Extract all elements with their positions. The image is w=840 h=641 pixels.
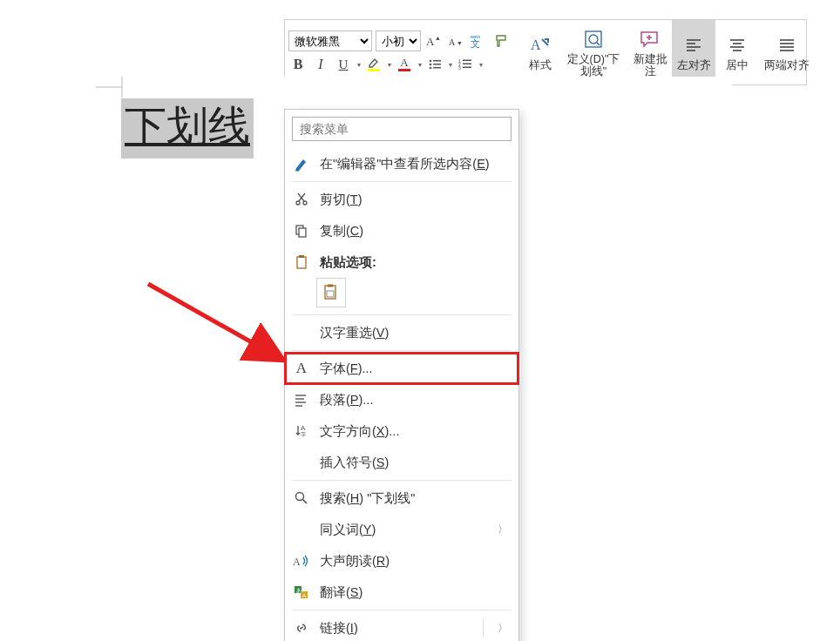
underline-button[interactable]: U	[334, 55, 353, 74]
menu-text-direction-label: 文字方向(X)...	[320, 423, 508, 440]
menu-read-aloud[interactable]: A 大声朗读(R)	[285, 545, 518, 577]
menu-copy-label: 复制(C)	[320, 223, 508, 240]
page-corner-mark	[96, 77, 124, 98]
paste-option-keep-source[interactable]	[316, 278, 346, 307]
underline-dropdown-icon[interactable]: ▾	[357, 61, 361, 69]
svg-text:A: A	[301, 424, 306, 432]
svg-text:文: 文	[471, 38, 480, 49]
bold-button[interactable]: B	[288, 55, 308, 74]
svg-text:あ: あ	[296, 588, 301, 594]
align-left-icon	[684, 33, 703, 57]
svg-point-8	[430, 64, 432, 66]
highlight-dropdown-icon[interactable]: ▾	[388, 61, 391, 69]
menu-paragraph-label: 段落(P)...	[320, 392, 508, 408]
styles-label: 样式	[529, 59, 552, 71]
svg-rect-43	[297, 257, 306, 268]
define-underline-button[interactable]: 定义(D)"下划线"	[562, 20, 625, 84]
svg-line-21	[596, 42, 600, 45]
menu-search-input[interactable]	[292, 117, 511, 141]
separator	[292, 350, 511, 351]
blank-icon	[292, 323, 311, 342]
font-row-bottom: B I U ▾ ▾ A ▾	[288, 55, 511, 74]
svg-point-6	[430, 60, 432, 63]
svg-point-10	[430, 67, 432, 70]
chevron-right-icon[interactable]: 〉	[498, 621, 508, 636]
menu-cut-label: 剪切(T)	[320, 192, 508, 208]
define-underline-label: 定义(D)"下划线"	[566, 53, 621, 78]
menu-link-label: 链接(I)	[320, 620, 469, 637]
italic-button[interactable]: I	[311, 55, 330, 74]
shrink-font-icon[interactable]: A▼	[447, 31, 466, 51]
svg-text:A: A	[449, 37, 456, 47]
bullet-list-dropdown-icon[interactable]: ▾	[449, 61, 452, 69]
numbered-list-icon[interactable]: 1 2 3	[456, 55, 475, 74]
context-menu: 在"编辑器"中查看所选内容(E) 剪切(T) 复制(C) 粘贴选项: 汉字重选(…	[284, 109, 519, 641]
selected-text[interactable]: 下划线	[121, 98, 254, 159]
svg-text:A: A	[531, 37, 541, 52]
menu-insert-symbol-label: 插入符号(S)	[320, 455, 508, 471]
menu-search-word[interactable]: 搜索(H) "下划线"	[285, 482, 518, 514]
mini-toolbar: 微软雅黑 小初 A▲ A▼ wén文 B I U ▾	[284, 19, 807, 85]
font-color-button[interactable]: A	[395, 55, 414, 74]
menu-paragraph[interactable]: 段落(P)...	[285, 384, 518, 415]
align-left-button[interactable]: 左对齐	[672, 20, 715, 84]
chevron-right-icon: 〉	[498, 523, 508, 537]
search-icon	[292, 489, 311, 508]
separator	[292, 181, 511, 182]
svg-text:3: 3	[458, 65, 461, 71]
format-painter-icon[interactable]	[492, 31, 511, 51]
separator	[292, 314, 511, 315]
font-size-select[interactable]: 小初	[376, 30, 421, 51]
menu-font-label: 字体(F)...	[320, 361, 508, 377]
menu-reconvert-label: 汉字重选(V)	[320, 325, 508, 341]
svg-point-37	[296, 201, 300, 205]
blank-icon	[292, 520, 311, 539]
highlight-button[interactable]	[364, 55, 383, 74]
font-color-dropdown-icon[interactable]: ▾	[418, 61, 422, 69]
align-center-button[interactable]: 居中	[715, 20, 759, 84]
menu-view-in-editor-label: 在"编辑器"中查看所选内容(E)	[320, 156, 508, 172]
svg-rect-13	[463, 60, 471, 62]
blank-icon	[292, 453, 311, 472]
menu-text-direction[interactable]: A字 文字方向(X)...	[285, 415, 518, 447]
svg-rect-17	[463, 67, 471, 69]
bullet-list-icon[interactable]	[425, 55, 444, 74]
menu-translate[interactable]: あA 翻译(S)	[285, 577, 518, 608]
menu-copy[interactable]: 复制(C)	[285, 215, 518, 246]
svg-text:A: A	[302, 593, 306, 598]
numbered-list-dropdown-icon[interactable]: ▾	[479, 61, 483, 69]
menu-font[interactable]: A 字体(F)...	[285, 353, 518, 384]
grow-font-icon[interactable]: A▲	[424, 31, 444, 51]
scissors-icon	[292, 190, 311, 209]
menu-link[interactable]: 链接(I) 〉	[285, 612, 518, 641]
menu-reconvert[interactable]: 汉字重选(V)	[285, 317, 518, 348]
new-comment-icon	[639, 27, 661, 51]
svg-line-40	[298, 193, 304, 201]
svg-line-39	[299, 193, 305, 201]
menu-synonyms-label: 同义词(Y)	[320, 522, 489, 538]
menu-search-word-label: 搜索(H) "下划线"	[320, 490, 508, 507]
new-comment-button[interactable]: 新建批注	[628, 20, 672, 84]
link-icon	[292, 618, 311, 638]
menu-cut[interactable]: 剪切(T)	[285, 184, 518, 215]
font-name-select[interactable]: 微软雅黑	[288, 30, 372, 51]
menu-paste-options-label: 粘贴选项:	[320, 254, 508, 271]
define-underline-icon	[582, 27, 605, 51]
menu-synonyms[interactable]: 同义词(Y) 〉	[285, 514, 518, 545]
svg-rect-11	[433, 67, 441, 69]
font-color-swatch	[398, 69, 410, 71]
align-justify-button[interactable]: 两端对齐	[759, 20, 815, 84]
menu-insert-symbol[interactable]: 插入符号(S)	[285, 447, 518, 478]
menu-read-aloud-label: 大声朗读(R)	[320, 553, 508, 570]
svg-text:A: A	[426, 35, 435, 48]
new-comment-label: 新建批注	[632, 53, 668, 78]
separator	[292, 610, 511, 611]
editor-pen-icon	[292, 154, 311, 173]
styles-button[interactable]: A 样式	[518, 20, 562, 84]
read-aloud-icon: A	[292, 551, 311, 570]
menu-paste-options-header: 粘贴选项:	[285, 246, 518, 278]
phonetic-guide-icon[interactable]: wén文	[470, 31, 489, 51]
svg-rect-42	[299, 228, 306, 237]
menu-view-in-editor[interactable]: 在"编辑器"中查看所选内容(E)	[285, 148, 518, 179]
translate-icon: あA	[292, 583, 311, 602]
